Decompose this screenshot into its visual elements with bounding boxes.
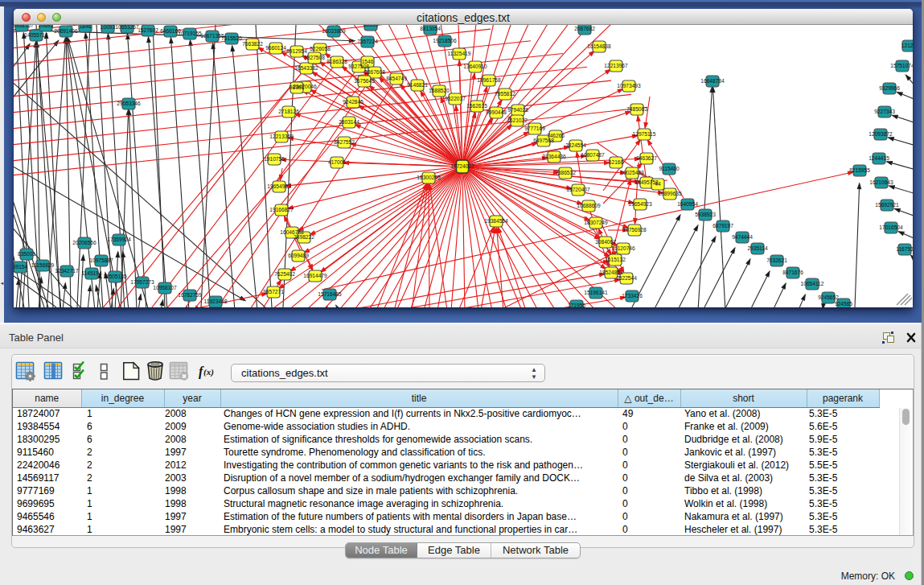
svg-text:8454749: 8454749 — [386, 76, 407, 81]
svg-text:12093872: 12093872 — [869, 131, 893, 137]
svg-text:19654983: 19654983 — [267, 183, 291, 189]
svg-text:8215955: 8215955 — [849, 167, 870, 173]
svg-text:9115460: 9115460 — [659, 166, 680, 171]
svg-text:6497568: 6497568 — [533, 138, 554, 143]
svg-text:1846: 1846 — [80, 25, 92, 29]
svg-text:9227343: 9227343 — [874, 109, 895, 114]
svg-text:10973493: 10973493 — [617, 83, 641, 89]
svg-text:835001: 835001 — [18, 251, 35, 257]
svg-text:5226058: 5226058 — [310, 46, 331, 51]
svg-text:11325419: 11325419 — [448, 51, 471, 56]
svg-text:13640910: 13640910 — [463, 64, 487, 69]
svg-text:924565: 924565 — [835, 301, 852, 307]
svg-text:3498222: 3498222 — [294, 234, 314, 240]
svg-text:10961758: 10961758 — [477, 77, 501, 83]
svg-text:14055714: 14055714 — [24, 32, 48, 38]
svg-text:1145194: 1145194 — [81, 270, 102, 276]
svg-text:18724007: 18724007 — [450, 163, 474, 169]
svg-text:8912954: 8912954 — [286, 48, 307, 54]
svg-text:417006: 417006 — [328, 159, 346, 165]
svg-text:7032621: 7032621 — [766, 257, 787, 263]
svg-text:9794028: 9794028 — [507, 107, 528, 113]
svg-text:2867608: 2867608 — [364, 69, 385, 75]
svg-text:19756928: 19756928 — [622, 227, 647, 233]
svg-text:9245652: 9245652 — [818, 295, 839, 300]
svg-text:1733426: 1733426 — [622, 293, 643, 299]
svg-text:9777169: 9777169 — [524, 126, 545, 131]
svg-text:8186328: 8186328 — [326, 59, 347, 64]
svg-text:10688609: 10688609 — [577, 203, 601, 208]
svg-text:7515526: 7515526 — [221, 35, 242, 41]
svg-text:6879197: 6879197 — [713, 223, 733, 229]
svg-text:9322037: 9322037 — [445, 96, 466, 101]
svg-text:16782759: 16782759 — [178, 292, 202, 298]
svg-text:8427552: 8427552 — [334, 139, 355, 145]
svg-text:1621022: 1621022 — [507, 117, 528, 123]
svg-text:10654112: 10654112 — [801, 281, 824, 286]
svg-text:16154838: 16154838 — [587, 43, 611, 49]
svg-text:20691406: 20691406 — [54, 28, 78, 34]
svg-text:116753: 116753 — [896, 246, 913, 252]
svg-text:44: 44 — [655, 181, 661, 187]
svg-text:9329966: 9329966 — [879, 85, 900, 91]
svg-text:39154: 39154 — [14, 264, 27, 270]
svg-text:12505135: 12505135 — [103, 274, 127, 279]
svg-text:9827508: 9827508 — [304, 55, 325, 60]
svg-text:12213967: 12213967 — [604, 63, 628, 68]
svg-text:18524851: 18524851 — [599, 270, 623, 275]
svg-text:7485063: 7485063 — [626, 106, 647, 112]
svg-text:19654923: 19654923 — [628, 201, 652, 207]
svg-text:19218506: 19218506 — [433, 38, 457, 43]
svg-text:29053346: 29053346 — [117, 101, 141, 106]
svg-text:15751074: 15751074 — [890, 63, 913, 68]
svg-text:2935114: 2935114 — [747, 245, 768, 251]
svg-text:7955812: 7955812 — [495, 91, 515, 97]
svg-text:19166827: 19166827 — [269, 207, 294, 212]
svg-text:17016504: 17016504 — [879, 225, 903, 230]
svg-text:88130: 88130 — [363, 25, 379, 27]
svg-text:3824554: 3824554 — [565, 142, 586, 148]
svg-text:62160: 62160 — [609, 159, 624, 165]
svg-text:11923448: 11923448 — [204, 299, 228, 304]
svg-text:10807487: 10807487 — [581, 152, 605, 158]
svg-text:9990448: 9990448 — [486, 109, 507, 115]
svg-text:10719155: 10719155 — [178, 31, 202, 36]
svg-text:12123: 12123 — [901, 43, 913, 48]
svg-text:10899635: 10899635 — [658, 191, 682, 196]
svg-text:171956: 171956 — [568, 303, 585, 307]
svg-text:9146821: 9146821 — [407, 82, 428, 88]
svg-text:19938167: 19938167 — [14, 25, 34, 28]
svg-text:2522544: 2522544 — [616, 275, 637, 281]
svg-text:18300295: 18300295 — [417, 175, 441, 180]
svg-text:3084067: 3084067 — [595, 239, 616, 245]
svg-text:8813054: 8813054 — [420, 26, 441, 31]
svg-text:1244415: 1244415 — [869, 155, 889, 161]
svg-text:9857271: 9857271 — [263, 289, 284, 295]
svg-text:10093: 10093 — [101, 25, 116, 30]
svg-text:15720407: 15720407 — [566, 187, 590, 192]
svg-text:5938923: 5938923 — [695, 212, 716, 217]
svg-text:11156829: 11156829 — [31, 262, 55, 268]
svg-text:15692921: 15692921 — [875, 202, 899, 208]
svg-text:10958107: 10958107 — [153, 285, 177, 290]
svg-text:1615132: 1615132 — [605, 257, 626, 262]
svg-text:20206556: 20206556 — [72, 240, 97, 245]
svg-text:1562615: 1562615 — [466, 103, 487, 109]
svg-text:9463627: 9463627 — [636, 155, 657, 161]
svg-text:15196141: 15196141 — [584, 290, 608, 295]
svg-text:10975887: 10975887 — [89, 257, 113, 263]
svg-text:9327508: 9327508 — [348, 64, 369, 69]
svg-text:19384554: 19384554 — [484, 218, 508, 224]
svg-text:9242845: 9242845 — [343, 99, 363, 105]
svg-text:9474444: 9474444 — [732, 234, 753, 240]
svg-text:16033809: 16033809 — [322, 28, 346, 34]
svg-text:1910755: 1910755 — [264, 156, 285, 162]
svg-text:1640954: 1640954 — [677, 201, 698, 207]
svg-text:17359924: 17359924 — [107, 237, 131, 242]
svg-text:12213369: 12213369 — [269, 134, 294, 139]
svg-text:2803144: 2803144 — [339, 119, 359, 125]
svg-text:8471676: 8471676 — [782, 270, 803, 275]
svg-text:10653267: 10653267 — [115, 25, 139, 30]
svg-text:3675645: 3675645 — [354, 78, 375, 84]
svg-text:10025433: 10025433 — [620, 170, 644, 175]
